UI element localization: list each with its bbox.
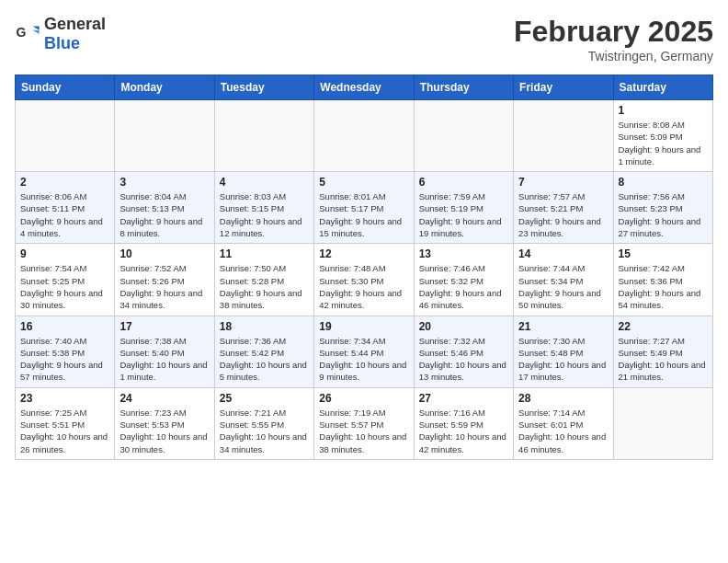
- calendar-day-cell: 19Sunrise: 7:34 AM Sunset: 5:44 PM Dayli…: [314, 316, 414, 387]
- calendar-day-cell: 15Sunrise: 7:42 AM Sunset: 5:36 PM Dayli…: [613, 244, 712, 316]
- day-number: 16: [20, 320, 109, 333]
- calendar-day-cell: 27Sunrise: 7:16 AM Sunset: 5:59 PM Dayli…: [414, 387, 513, 459]
- day-info: Sunrise: 7:21 AM Sunset: 5:55 PM Dayligh…: [220, 407, 309, 455]
- day-number: 24: [119, 392, 209, 405]
- day-info: Sunrise: 7:52 AM Sunset: 5:26 PM Dayligh…: [119, 262, 209, 311]
- day-number: 20: [419, 320, 508, 333]
- day-number: 10: [119, 247, 209, 260]
- logo-general: General: [44, 15, 106, 33]
- calendar-day-cell: 26Sunrise: 7:19 AM Sunset: 5:57 PM Dayli…: [314, 387, 414, 459]
- day-info: Sunrise: 7:57 AM Sunset: 5:21 PM Dayligh…: [518, 190, 608, 239]
- day-number: 13: [419, 247, 508, 260]
- day-number: 23: [20, 392, 109, 405]
- page-header: G General Blue February 2025 Twistringen…: [15, 15, 713, 63]
- calendar-day-cell: 8Sunrise: 7:56 AM Sunset: 5:23 PM Daylig…: [613, 172, 712, 244]
- day-number: 21: [518, 320, 608, 333]
- day-number: 4: [220, 176, 309, 189]
- calendar-day-cell: 14Sunrise: 7:44 AM Sunset: 5:34 PM Dayli…: [514, 244, 613, 316]
- calendar-day-cell: 20Sunrise: 7:32 AM Sunset: 5:46 PM Dayli…: [414, 316, 513, 387]
- day-info: Sunrise: 7:40 AM Sunset: 5:38 PM Dayligh…: [20, 335, 109, 384]
- svg-marker-1: [33, 27, 40, 30]
- calendar-day-cell: 4Sunrise: 8:03 AM Sunset: 5:15 PM Daylig…: [214, 172, 313, 244]
- calendar-day-cell: 6Sunrise: 7:59 AM Sunset: 5:19 PM Daylig…: [414, 172, 513, 244]
- day-number: 22: [619, 320, 708, 333]
- calendar-week-row: 2Sunrise: 8:06 AM Sunset: 5:11 PM Daylig…: [16, 172, 713, 244]
- day-number: 11: [220, 247, 309, 260]
- calendar-week-row: 23Sunrise: 7:25 AM Sunset: 5:51 PM Dayli…: [16, 387, 713, 459]
- calendar-day-cell: 12Sunrise: 7:48 AM Sunset: 5:30 PM Dayli…: [314, 244, 414, 316]
- calendar-day-cell: 1Sunrise: 8:08 AM Sunset: 5:09 PM Daylig…: [613, 100, 712, 172]
- day-number: 14: [518, 247, 608, 260]
- calendar-week-row: 16Sunrise: 7:40 AM Sunset: 5:38 PM Dayli…: [16, 316, 713, 387]
- calendar-week-row: 1Sunrise: 8:08 AM Sunset: 5:09 PM Daylig…: [16, 100, 713, 172]
- calendar-day-cell: 17Sunrise: 7:38 AM Sunset: 5:40 PM Dayli…: [115, 316, 214, 387]
- day-number: 28: [518, 392, 608, 405]
- day-number: 27: [419, 392, 508, 405]
- day-info: Sunrise: 7:36 AM Sunset: 5:42 PM Dayligh…: [220, 335, 309, 384]
- calendar-day-cell: 3Sunrise: 8:04 AM Sunset: 5:13 PM Daylig…: [115, 172, 214, 244]
- day-info: Sunrise: 7:23 AM Sunset: 5:53 PM Dayligh…: [119, 407, 209, 455]
- weekday-header: Wednesday: [314, 75, 414, 100]
- calendar-day-cell: 22Sunrise: 7:27 AM Sunset: 5:49 PM Dayli…: [613, 316, 712, 387]
- weekday-header-row: SundayMondayTuesdayWednesdayThursdayFrid…: [16, 75, 713, 100]
- day-info: Sunrise: 8:01 AM Sunset: 5:17 PM Dayligh…: [319, 190, 408, 239]
- calendar-day-cell: [514, 100, 613, 172]
- day-number: 26: [319, 392, 408, 405]
- calendar-day-cell: 5Sunrise: 8:01 AM Sunset: 5:17 PM Daylig…: [314, 172, 414, 244]
- day-number: 2: [20, 176, 109, 189]
- calendar-day-cell: [414, 100, 513, 172]
- calendar-day-cell: 16Sunrise: 7:40 AM Sunset: 5:38 PM Dayli…: [16, 316, 115, 387]
- weekday-header: Sunday: [16, 75, 115, 100]
- logo-blue: Blue: [44, 34, 80, 52]
- day-info: Sunrise: 7:14 AM Sunset: 6:01 PM Dayligh…: [518, 407, 608, 455]
- calendar-day-cell: 13Sunrise: 7:46 AM Sunset: 5:32 PM Dayli…: [414, 244, 513, 316]
- calendar-day-cell: 10Sunrise: 7:52 AM Sunset: 5:26 PM Dayli…: [115, 244, 214, 316]
- day-info: Sunrise: 7:34 AM Sunset: 5:44 PM Dayligh…: [319, 335, 408, 384]
- day-info: Sunrise: 7:44 AM Sunset: 5:34 PM Dayligh…: [518, 262, 608, 311]
- day-number: 7: [518, 176, 608, 189]
- calendar-day-cell: 23Sunrise: 7:25 AM Sunset: 5:51 PM Dayli…: [16, 387, 115, 459]
- calendar-day-cell: 18Sunrise: 7:36 AM Sunset: 5:42 PM Dayli…: [214, 316, 313, 387]
- day-info: Sunrise: 7:56 AM Sunset: 5:23 PM Dayligh…: [619, 190, 708, 239]
- svg-text:G: G: [16, 25, 26, 40]
- day-info: Sunrise: 7:42 AM Sunset: 5:36 PM Dayligh…: [619, 262, 708, 311]
- day-info: Sunrise: 7:38 AM Sunset: 5:40 PM Dayligh…: [119, 335, 209, 384]
- day-info: Sunrise: 7:59 AM Sunset: 5:19 PM Dayligh…: [419, 190, 508, 239]
- day-info: Sunrise: 7:19 AM Sunset: 5:57 PM Dayligh…: [319, 407, 408, 455]
- weekday-header: Saturday: [613, 75, 712, 100]
- day-info: Sunrise: 8:06 AM Sunset: 5:11 PM Dayligh…: [20, 190, 109, 239]
- day-number: 17: [119, 320, 209, 333]
- calendar-day-cell: [16, 100, 115, 172]
- day-info: Sunrise: 7:16 AM Sunset: 5:59 PM Dayligh…: [419, 407, 508, 455]
- day-info: Sunrise: 7:54 AM Sunset: 5:25 PM Dayligh…: [20, 262, 109, 311]
- logo: G General Blue: [15, 15, 106, 53]
- weekday-header: Monday: [115, 75, 214, 100]
- day-number: 25: [220, 392, 309, 405]
- day-info: Sunrise: 7:27 AM Sunset: 5:49 PM Dayligh…: [619, 335, 708, 384]
- weekday-header: Thursday: [414, 75, 513, 100]
- day-info: Sunrise: 8:08 AM Sunset: 5:09 PM Dayligh…: [619, 119, 708, 167]
- day-info: Sunrise: 7:25 AM Sunset: 5:51 PM Dayligh…: [20, 407, 109, 455]
- day-info: Sunrise: 7:50 AM Sunset: 5:28 PM Dayligh…: [220, 262, 309, 311]
- day-number: 5: [319, 176, 408, 189]
- weekday-header: Friday: [514, 75, 613, 100]
- day-number: 19: [319, 320, 408, 333]
- day-info: Sunrise: 7:48 AM Sunset: 5:30 PM Dayligh…: [319, 262, 408, 311]
- logo-icon: G: [15, 21, 40, 47]
- calendar-day-cell: 2Sunrise: 8:06 AM Sunset: 5:11 PM Daylig…: [16, 172, 115, 244]
- calendar-day-cell: 7Sunrise: 7:57 AM Sunset: 5:21 PM Daylig…: [514, 172, 613, 244]
- day-info: Sunrise: 8:03 AM Sunset: 5:15 PM Dayligh…: [220, 190, 309, 239]
- svg-marker-2: [33, 30, 40, 34]
- day-info: Sunrise: 7:30 AM Sunset: 5:48 PM Dayligh…: [518, 335, 608, 384]
- calendar-week-row: 9Sunrise: 7:54 AM Sunset: 5:25 PM Daylig…: [16, 244, 713, 316]
- month-title: February 2025: [514, 15, 713, 49]
- title-block: February 2025 Twistringen, Germany: [514, 15, 713, 63]
- calendar-day-cell: 9Sunrise: 7:54 AM Sunset: 5:25 PM Daylig…: [16, 244, 115, 316]
- day-number: 9: [20, 247, 109, 260]
- weekday-header: Tuesday: [214, 75, 313, 100]
- calendar-day-cell: 11Sunrise: 7:50 AM Sunset: 5:28 PM Dayli…: [214, 244, 313, 316]
- calendar-day-cell: 24Sunrise: 7:23 AM Sunset: 5:53 PM Dayli…: [115, 387, 214, 459]
- day-info: Sunrise: 7:32 AM Sunset: 5:46 PM Dayligh…: [419, 335, 508, 384]
- day-number: 3: [119, 176, 209, 189]
- location: Twistringen, Germany: [514, 49, 713, 63]
